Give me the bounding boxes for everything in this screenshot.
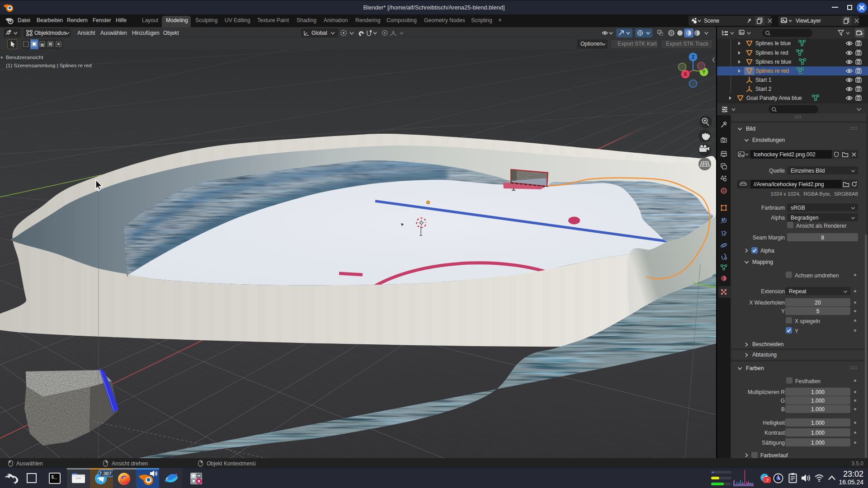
svg-text:X: X: [684, 71, 687, 77]
svg-text:Z: Z: [692, 54, 695, 60]
